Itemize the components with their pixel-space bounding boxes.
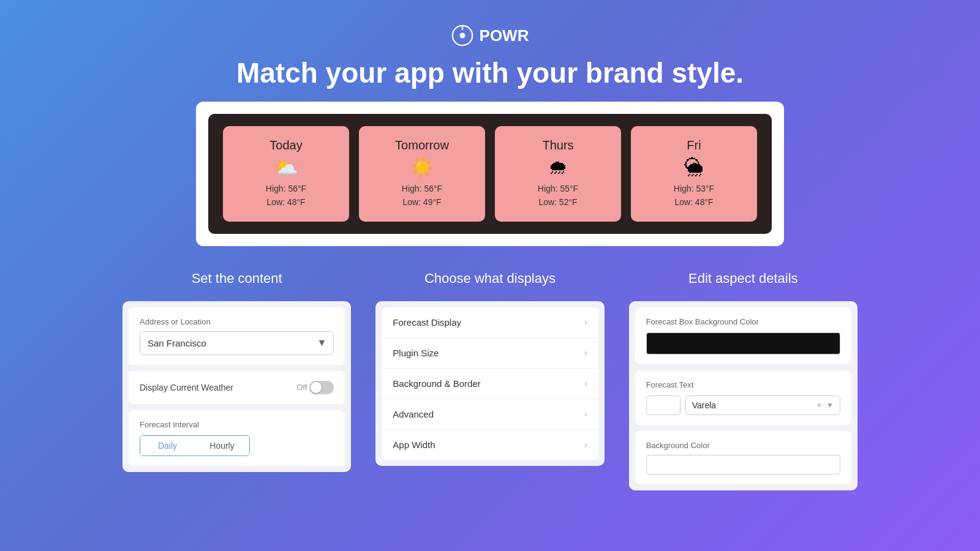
font-name: Varela [692, 400, 716, 410]
menu-chevron-icon: › [584, 409, 587, 419]
forecast-card: Thurs 🌧 High: 55°FLow: 52°F [495, 126, 621, 222]
font-select-x-icon[interactable]: × [817, 401, 821, 410]
menu-item-label: Forecast Display [393, 317, 461, 328]
forecast-day: Fri [687, 138, 701, 152]
hero-title: Match your app with your brand style. [236, 56, 744, 89]
menu-chevron-icon: › [584, 378, 587, 388]
display-current-block: Display Current Weather Off [129, 371, 345, 404]
toggle-row: Display Current Weather Off [140, 381, 334, 394]
forecast-icon: ⛅ [274, 157, 298, 177]
menu-item-label: Advanced [393, 409, 434, 419]
brand-name: POWR [480, 26, 529, 45]
menu-item[interactable]: Plugin Size › [382, 338, 598, 369]
font-color-swatch[interactable] [646, 395, 680, 415]
box-bg-color-swatch[interactable] [646, 332, 840, 354]
forecast-text-label: Forecast Text [646, 380, 840, 389]
forecast-day: Today [270, 138, 302, 152]
forecast-temps: High: 53°FLow: 48°F [674, 182, 714, 209]
forecast-temps: High: 56°FLow: 48°F [266, 182, 306, 209]
menu-chevron-icon: › [584, 440, 587, 449]
menu-item[interactable]: Forecast Display › [382, 307, 598, 338]
forecast-card: Fri 🌦 High: 53°FLow: 48°F [631, 126, 757, 222]
menu-list: Forecast Display › Plugin Size › Backgro… [382, 307, 598, 460]
menu-chevron-icon: › [584, 348, 587, 358]
display-current-label: Display Current Weather [140, 383, 233, 392]
forecast-icon: ☀️ [410, 157, 434, 177]
hourly-button[interactable]: Hourly [195, 436, 249, 455]
toggle-knob [311, 382, 322, 393]
menu-item-label: Plugin Size [393, 348, 439, 358]
font-select-chevron-icon: ▼ [826, 401, 834, 410]
content-section: Set the content Address or Location San … [123, 271, 351, 472]
edit-section: Edit aspect details Forecast Box Backgro… [629, 271, 858, 490]
logo: POWR [451, 24, 529, 47]
header: POWR Match your app with your brand styl… [236, 0, 744, 89]
display-section-card: Forecast Display › Plugin Size › Backgro… [375, 301, 604, 466]
address-block: Address or Location San Francisco ▼ [129, 307, 345, 365]
forecast-temps: High: 55°FLow: 52°F [538, 182, 578, 209]
menu-item[interactable]: App Width › [382, 430, 598, 460]
interval-label: Forecast Interval [140, 420, 334, 429]
display-section: Choose what displays Forecast Display › … [375, 271, 604, 466]
edit-section-card: Forecast Box Background Color Forecast T… [629, 301, 858, 490]
toggle-wrap[interactable]: Off [296, 381, 334, 394]
bg-color-label: Background Color [646, 441, 840, 450]
forecast-icon: 🌧 [548, 157, 568, 177]
logo-icon [451, 24, 473, 47]
address-label: Address or Location [140, 317, 334, 326]
display-section-title: Choose what displays [424, 271, 556, 287]
forecast-strip: Today ⛅ High: 56°FLow: 48°F Tomorrow ☀️ … [208, 114, 772, 234]
sections-row: Set the content Address or Location San … [123, 271, 858, 490]
interval-block: Forecast Interval Daily Hourly [129, 410, 345, 466]
toggle-off-text: Off [296, 383, 307, 392]
content-section-card: Address or Location San Francisco ▼ Disp… [123, 301, 351, 472]
font-select-inner[interactable]: Varela × ▼ [685, 395, 840, 415]
menu-chevron-icon: › [584, 317, 587, 327]
svg-point-1 [459, 33, 465, 39]
forecast-temps: High: 56°FLow: 49°F [402, 182, 442, 209]
box-bg-color-label: Forecast Box Background Color [646, 317, 840, 326]
forecast-day: Thurs [542, 138, 573, 152]
forecast-day: Tomorrow [395, 138, 449, 152]
interval-buttons: Daily Hourly [140, 435, 250, 456]
location-select[interactable]: San Francisco [140, 331, 334, 355]
bg-color-swatch[interactable] [646, 455, 840, 474]
bg-color-block: Background Color [635, 431, 851, 484]
menu-item-label: Background & Border [393, 378, 480, 389]
daily-button[interactable]: Daily [140, 436, 195, 455]
box-bg-color-block: Forecast Box Background Color [635, 307, 851, 364]
menu-item[interactable]: Background & Border › [382, 369, 598, 399]
forecast-icon: 🌦 [684, 157, 704, 177]
menu-item[interactable]: Advanced › [382, 399, 598, 430]
address-select-wrapper[interactable]: San Francisco ▼ [140, 331, 334, 355]
content-section-title: Set the content [192, 271, 282, 287]
forecast-card: Today ⛅ High: 56°FLow: 48°F [223, 126, 349, 222]
preview-container: Today ⛅ High: 56°FLow: 48°F Tomorrow ☀️ … [196, 102, 784, 246]
display-current-toggle[interactable] [309, 381, 334, 394]
font-row: Varela × ▼ [646, 395, 840, 415]
edit-section-title: Edit aspect details [688, 271, 798, 287]
forecast-card: Tomorrow ☀️ High: 56°FLow: 49°F [359, 126, 485, 222]
forecast-text-block: Forecast Text Varela × ▼ [635, 370, 851, 425]
menu-item-label: App Width [393, 440, 435, 450]
